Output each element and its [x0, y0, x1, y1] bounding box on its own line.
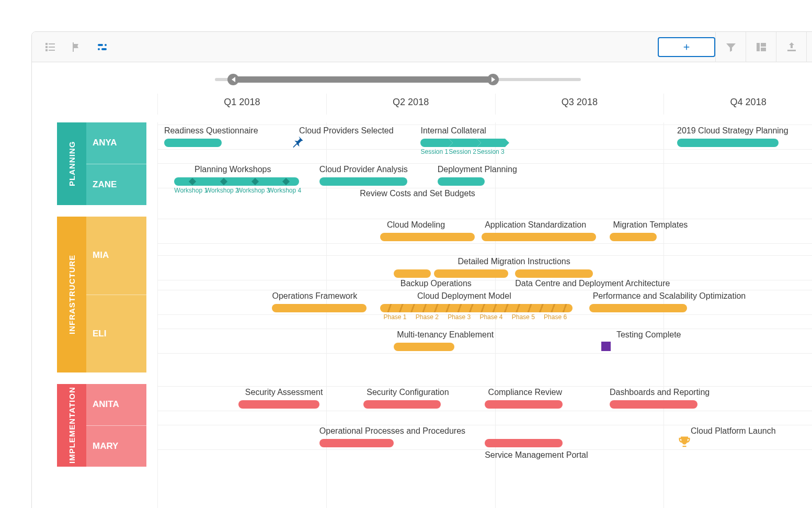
- group-infrastructure: INFRASTRUCTUREMIAELI: [57, 217, 146, 372]
- milestone-label: Testing Complete: [616, 330, 681, 340]
- phase-label: Phase 5: [512, 313, 535, 321]
- time-range-slider[interactable]: [32, 62, 812, 94]
- task-bar[interactable]: [515, 269, 592, 278]
- sub-label: Workshop 1: [174, 187, 208, 194]
- list-view-button[interactable]: [38, 35, 62, 59]
- sub-label: Workshop 4: [268, 187, 301, 194]
- timeline-row: Readiness QuestionnaireCloud Providers S…: [157, 125, 812, 150]
- group-implementation: IMPLEMENTATIONANITAMARY: [57, 384, 146, 467]
- group-planning: PLANNINGANYAZANE: [57, 122, 146, 205]
- phase-label: Phase 2: [416, 313, 439, 321]
- task-bar[interactable]: [434, 269, 508, 278]
- task-label: Operations Framework: [272, 291, 357, 301]
- task-bar[interactable]: [610, 400, 697, 409]
- timeline-row: Multi-tenancy EnablementTesting Complete: [157, 329, 812, 354]
- svg-rect-13: [787, 50, 796, 51]
- member-zane[interactable]: ZANE: [86, 164, 146, 206]
- timeline-row: Backup OperationsData Centre and Deploym…: [157, 290, 812, 315]
- member-mia[interactable]: MIA: [86, 217, 146, 295]
- add-button[interactable]: [658, 37, 715, 57]
- sub-label: Workshop 2: [205, 187, 239, 194]
- svg-rect-3: [49, 47, 55, 48]
- settings-button[interactable]: [806, 32, 812, 62]
- task-label: Review Costs and Set Budgets: [360, 189, 475, 198]
- task-bar[interactable]: [438, 177, 485, 186]
- timeline-row: Detailed Migration Instructions: [157, 255, 812, 280]
- svg-rect-7: [105, 44, 107, 46]
- toolbar: [32, 32, 812, 62]
- timeline-row: Cloud ModelingApplication Standardizatio…: [157, 219, 812, 244]
- task-label: Dashboards and Reporting: [610, 388, 710, 397]
- svg-rect-0: [45, 43, 48, 45]
- quarter-header: Q3 2018: [495, 94, 664, 115]
- task-bar[interactable]: [164, 139, 222, 147]
- pin-icon[interactable]: [290, 134, 305, 149]
- group-tab[interactable]: PLANNING: [57, 122, 86, 205]
- quarter-header: Q1 2018: [157, 94, 326, 115]
- timeline-grid: Readiness QuestionnaireCloud Providers S…: [157, 122, 812, 508]
- milestone-label: Cloud Platform Launch: [691, 426, 776, 436]
- task-label: Operational Processes and Procedures: [319, 426, 465, 436]
- task-label: Detailed Migration Instructions: [458, 257, 570, 266]
- member-anya[interactable]: ANYA: [86, 122, 146, 164]
- export-button[interactable]: [776, 32, 806, 62]
- trophy-icon[interactable]: [677, 435, 692, 449]
- flag-view-button[interactable]: [64, 35, 88, 59]
- task-label: Migration Templates: [613, 220, 688, 230]
- timeline-row: Planning WorkshopsWorkshop 1Workshop 2Wo…: [157, 163, 812, 188]
- timeline-view-button[interactable]: [90, 35, 115, 59]
- task-label: Planning Workshops: [195, 165, 271, 174]
- svg-rect-8: [98, 48, 100, 50]
- range-handle-right[interactable]: [487, 74, 499, 85]
- task-bar[interactable]: [485, 439, 562, 447]
- member-mary[interactable]: MARY: [86, 425, 146, 467]
- timeline-row: Operational Processes and ProceduresClou…: [157, 425, 812, 450]
- session-label: Session 2: [449, 148, 476, 155]
- task-chevron[interactable]: [420, 139, 505, 147]
- task-bar[interactable]: [380, 304, 573, 312]
- task-label: Cloud Provider Analysis: [319, 165, 408, 174]
- filter-button[interactable]: [715, 32, 746, 62]
- task-label: Data Centre and Deployment Architecture: [515, 279, 670, 288]
- quarter-header: Q2 2018: [326, 94, 495, 115]
- quarters-header: Q1 2018Q2 2018Q3 2018Q4 2018: [157, 94, 812, 115]
- task-label: Cloud Modeling: [387, 220, 445, 230]
- milestone-square-icon[interactable]: [601, 342, 611, 351]
- group-tab[interactable]: INFRASTRUCTURE: [57, 217, 86, 372]
- task-bar[interactable]: [272, 304, 367, 312]
- timeline-row: Security AssessmentSecurity Configuratio…: [157, 386, 812, 411]
- task-label: 2019 Cloud Strategy Planning: [677, 126, 788, 136]
- task-bar[interactable]: [363, 400, 441, 409]
- task-bar[interactable]: [394, 269, 431, 278]
- svg-rect-2: [45, 46, 48, 48]
- range-handle-left[interactable]: [227, 74, 239, 85]
- svg-rect-5: [49, 50, 55, 51]
- task-label: Multi-tenancy Enablement: [397, 330, 494, 340]
- task-bar[interactable]: [482, 233, 596, 241]
- task-bar[interactable]: [677, 139, 779, 147]
- task-label: Security Assessment: [245, 388, 323, 397]
- member-eli[interactable]: ELI: [86, 295, 146, 373]
- panels-button[interactable]: [746, 32, 776, 62]
- task-label: Readiness Questionnaire: [164, 126, 258, 136]
- task-label: Application Standardization: [485, 220, 586, 230]
- task-bar[interactable]: [319, 439, 394, 447]
- group-tab[interactable]: IMPLEMENTATION: [57, 384, 86, 467]
- task-bar[interactable]: [238, 400, 319, 409]
- svg-rect-10: [757, 43, 760, 51]
- task-bar[interactable]: [394, 343, 454, 351]
- member-anita[interactable]: ANITA: [86, 384, 146, 425]
- quarter-header: Q4 2018: [664, 94, 812, 115]
- task-bar[interactable]: [319, 177, 407, 186]
- task-bar[interactable]: [380, 233, 475, 241]
- task-label: Performance and Scalability Optimization: [593, 291, 746, 301]
- task-label: Backup Operations: [401, 279, 472, 288]
- svg-rect-12: [761, 48, 766, 51]
- phase-label: Phase 6: [544, 313, 567, 321]
- task-bar[interactable]: [610, 233, 657, 241]
- task-bar[interactable]: [589, 304, 687, 312]
- task-label: Internal Collateral: [420, 126, 486, 136]
- task-label: Compliance Review: [488, 388, 562, 397]
- task-bar[interactable]: [485, 400, 562, 409]
- svg-rect-1: [49, 43, 55, 44]
